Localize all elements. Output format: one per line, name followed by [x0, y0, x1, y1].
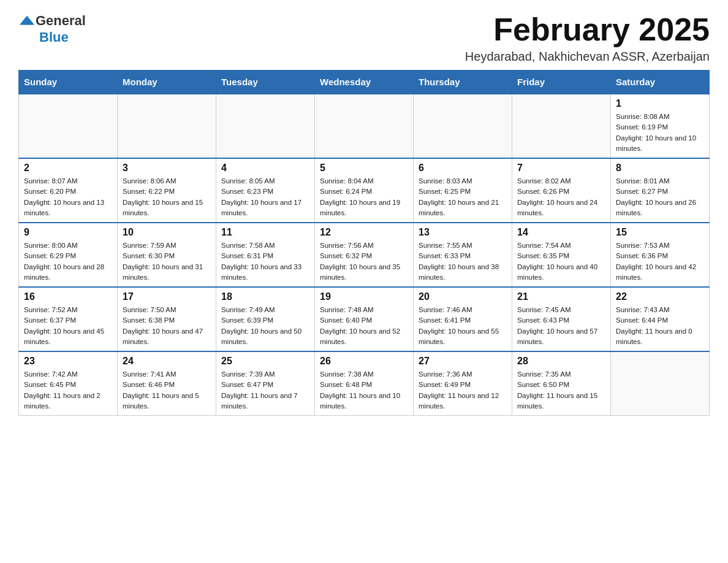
day-info: Sunrise: 7:43 AMSunset: 6:44 PMDaylight:…: [616, 305, 704, 347]
day-number: 9: [24, 227, 112, 238]
table-row: [315, 94, 414, 158]
day-number: 13: [419, 227, 507, 238]
col-friday: Friday: [512, 71, 611, 94]
day-number: 10: [123, 227, 211, 238]
day-info: Sunrise: 8:05 AMSunset: 6:23 PMDaylight:…: [221, 176, 309, 218]
logo-general-text: General: [36, 13, 86, 29]
day-number: 24: [123, 356, 211, 367]
table-row: [611, 351, 710, 416]
calendar-table: Sunday Monday Tuesday Wednesday Thursday…: [18, 70, 710, 416]
day-number: 15: [616, 227, 704, 238]
day-number: 11: [221, 227, 309, 238]
table-row: 4Sunrise: 8:05 AMSunset: 6:23 PMDaylight…: [216, 158, 315, 223]
table-row: 12Sunrise: 7:56 AMSunset: 6:32 PMDayligh…: [315, 223, 414, 287]
day-number: 5: [320, 163, 408, 174]
day-number: 7: [517, 163, 605, 174]
col-tuesday: Tuesday: [216, 71, 315, 94]
day-info: Sunrise: 7:48 AMSunset: 6:40 PMDaylight:…: [320, 305, 408, 347]
logo: General Blue: [18, 12, 86, 45]
day-number: 3: [123, 163, 211, 174]
day-info: Sunrise: 7:50 AMSunset: 6:38 PMDaylight:…: [123, 305, 211, 347]
day-number: 16: [24, 291, 112, 302]
calendar-header-row: Sunday Monday Tuesday Wednesday Thursday…: [19, 71, 710, 94]
day-number: 25: [221, 356, 309, 367]
day-info: Sunrise: 8:01 AMSunset: 6:27 PMDaylight:…: [616, 176, 704, 218]
table-row: 17Sunrise: 7:50 AMSunset: 6:38 PMDayligh…: [118, 287, 216, 351]
table-row: 14Sunrise: 7:54 AMSunset: 6:35 PMDayligh…: [512, 223, 611, 287]
day-info: Sunrise: 7:35 AMSunset: 6:50 PMDaylight:…: [517, 369, 605, 412]
day-number: 28: [517, 356, 605, 367]
day-info: Sunrise: 8:02 AMSunset: 6:26 PMDaylight:…: [517, 176, 605, 218]
day-info: Sunrise: 7:56 AMSunset: 6:32 PMDaylight:…: [320, 240, 408, 283]
calendar-week-row: 2Sunrise: 8:07 AMSunset: 6:20 PMDaylight…: [19, 158, 710, 223]
col-thursday: Thursday: [414, 71, 512, 94]
table-row: 7Sunrise: 8:02 AMSunset: 6:26 PMDaylight…: [512, 158, 611, 223]
day-number: 21: [517, 291, 605, 302]
day-info: Sunrise: 7:58 AMSunset: 6:31 PMDaylight:…: [221, 240, 309, 283]
table-row: 23Sunrise: 7:42 AMSunset: 6:45 PMDayligh…: [19, 351, 118, 416]
table-row: 1Sunrise: 8:08 AMSunset: 6:19 PMDaylight…: [611, 94, 710, 158]
table-row: 3Sunrise: 8:06 AMSunset: 6:22 PMDaylight…: [118, 158, 216, 223]
location-text: Heydarabad, Nakhichevan ASSR, Azerbaijan: [465, 50, 710, 64]
calendar-week-row: 16Sunrise: 7:52 AMSunset: 6:37 PMDayligh…: [19, 287, 710, 351]
day-info: Sunrise: 7:55 AMSunset: 6:33 PMDaylight:…: [419, 240, 507, 283]
day-number: 26: [320, 356, 408, 367]
logo-icon: [18, 12, 36, 29]
calendar-week-row: 23Sunrise: 7:42 AMSunset: 6:45 PMDayligh…: [19, 351, 710, 416]
page-header: General Blue February 2025 Heydarabad, N…: [18, 12, 710, 64]
table-row: 28Sunrise: 7:35 AMSunset: 6:50 PMDayligh…: [512, 351, 611, 416]
table-row: 5Sunrise: 8:04 AMSunset: 6:24 PMDaylight…: [315, 158, 414, 223]
col-sunday: Sunday: [19, 71, 118, 94]
day-info: Sunrise: 7:41 AMSunset: 6:46 PMDaylight:…: [123, 369, 211, 412]
col-monday: Monday: [118, 71, 216, 94]
day-info: Sunrise: 8:04 AMSunset: 6:24 PMDaylight:…: [320, 176, 408, 218]
table-row: 26Sunrise: 7:38 AMSunset: 6:48 PMDayligh…: [315, 351, 414, 416]
table-row: 27Sunrise: 7:36 AMSunset: 6:49 PMDayligh…: [414, 351, 512, 416]
table-row: 20Sunrise: 7:46 AMSunset: 6:41 PMDayligh…: [414, 287, 512, 351]
col-wednesday: Wednesday: [315, 71, 414, 94]
day-info: Sunrise: 7:39 AMSunset: 6:47 PMDaylight:…: [221, 369, 309, 412]
table-row: 25Sunrise: 7:39 AMSunset: 6:47 PMDayligh…: [216, 351, 315, 416]
table-row: 13Sunrise: 7:55 AMSunset: 6:33 PMDayligh…: [414, 223, 512, 287]
day-number: 20: [419, 291, 507, 302]
day-number: 22: [616, 291, 704, 302]
calendar-week-row: 1Sunrise: 8:08 AMSunset: 6:19 PMDaylight…: [19, 94, 710, 158]
day-info: Sunrise: 7:36 AMSunset: 6:49 PMDaylight:…: [419, 369, 507, 412]
day-info: Sunrise: 8:03 AMSunset: 6:25 PMDaylight:…: [419, 176, 507, 218]
table-row: 19Sunrise: 7:48 AMSunset: 6:40 PMDayligh…: [315, 287, 414, 351]
day-number: 2: [24, 163, 112, 174]
day-info: Sunrise: 7:49 AMSunset: 6:39 PMDaylight:…: [221, 305, 309, 347]
day-info: Sunrise: 7:45 AMSunset: 6:43 PMDaylight:…: [517, 305, 605, 347]
table-row: 6Sunrise: 8:03 AMSunset: 6:25 PMDaylight…: [414, 158, 512, 223]
table-row: 8Sunrise: 8:01 AMSunset: 6:27 PMDaylight…: [611, 158, 710, 223]
table-row: 10Sunrise: 7:59 AMSunset: 6:30 PMDayligh…: [118, 223, 216, 287]
logo-blue-text: Blue: [39, 29, 86, 45]
day-info: Sunrise: 7:59 AMSunset: 6:30 PMDaylight:…: [123, 240, 211, 283]
col-saturday: Saturday: [611, 71, 710, 94]
table-row: 22Sunrise: 7:43 AMSunset: 6:44 PMDayligh…: [611, 287, 710, 351]
day-info: Sunrise: 7:52 AMSunset: 6:37 PMDaylight:…: [24, 305, 112, 347]
table-row: 9Sunrise: 8:00 AMSunset: 6:29 PMDaylight…: [19, 223, 118, 287]
table-row: 21Sunrise: 7:45 AMSunset: 6:43 PMDayligh…: [512, 287, 611, 351]
day-info: Sunrise: 7:46 AMSunset: 6:41 PMDaylight:…: [419, 305, 507, 347]
table-row: [118, 94, 216, 158]
table-row: 2Sunrise: 8:07 AMSunset: 6:20 PMDaylight…: [19, 158, 118, 223]
day-number: 17: [123, 291, 211, 302]
table-row: 15Sunrise: 7:53 AMSunset: 6:36 PMDayligh…: [611, 223, 710, 287]
day-info: Sunrise: 7:42 AMSunset: 6:45 PMDaylight:…: [24, 369, 112, 412]
table-row: [216, 94, 315, 158]
day-info: Sunrise: 7:53 AMSunset: 6:36 PMDaylight:…: [616, 240, 704, 283]
calendar-week-row: 9Sunrise: 8:00 AMSunset: 6:29 PMDaylight…: [19, 223, 710, 287]
day-number: 1: [616, 98, 704, 109]
day-number: 18: [221, 291, 309, 302]
day-number: 8: [616, 163, 704, 174]
table-row: 24Sunrise: 7:41 AMSunset: 6:46 PMDayligh…: [118, 351, 216, 416]
day-info: Sunrise: 7:54 AMSunset: 6:35 PMDaylight:…: [517, 240, 605, 283]
day-number: 23: [24, 356, 112, 367]
day-number: 4: [221, 163, 309, 174]
day-info: Sunrise: 8:07 AMSunset: 6:20 PMDaylight:…: [24, 176, 112, 218]
day-number: 12: [320, 227, 408, 238]
day-number: 27: [419, 356, 507, 367]
table-row: 16Sunrise: 7:52 AMSunset: 6:37 PMDayligh…: [19, 287, 118, 351]
table-row: 11Sunrise: 7:58 AMSunset: 6:31 PMDayligh…: [216, 223, 315, 287]
